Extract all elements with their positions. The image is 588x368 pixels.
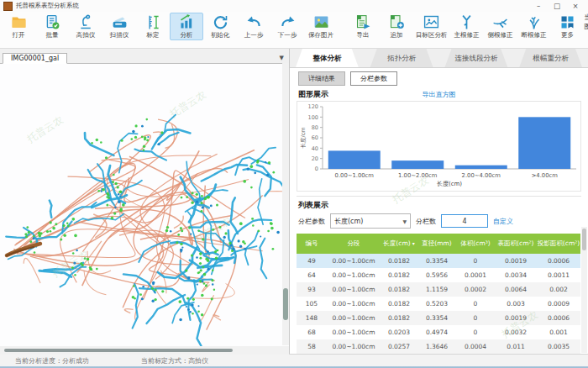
column-header[interactable]: 投影面积(cm²): [537, 239, 580, 249]
root-image-canvas[interactable]: 托普云农 托普云农 托普云农 托普云农: [0, 64, 289, 346]
analysis-tab-1[interactable]: 拓扑分析: [365, 49, 439, 67]
toolbar-button-analysis[interactable]: 分析: [170, 13, 203, 40]
main-root-icon: [458, 13, 475, 31]
analysis-tab-2[interactable]: 连接线段分析: [439, 49, 514, 67]
column-header[interactable]: 分段: [327, 239, 381, 249]
svg-text:40: 40: [312, 145, 318, 152]
main-area: IMG00001_gal ▼ 托普云农 托普云农 托普云农 托普云农 整体分析拓…: [0, 49, 588, 354]
toolbar-button-lateral-root[interactable]: 侧根修正: [484, 13, 517, 40]
toolbar-button-main-root[interactable]: 主根修正: [450, 13, 484, 40]
table-cell: 49: [297, 257, 327, 265]
table-cell: 0.5956: [417, 271, 456, 279]
toolbar-button-redo[interactable]: 下一步: [270, 13, 304, 40]
toolbar-button-broken-root[interactable]: 断根修正: [517, 13, 551, 40]
table-cell: 0.0182: [381, 271, 417, 279]
minimize-button[interactable]: –: [529, 1, 548, 12]
toolbar-button-more[interactable]: 更多: [551, 13, 585, 40]
table-row[interactable]: 1480.00~1.00cm0.01820.335400.00190.0006: [297, 311, 580, 325]
table-cell: 93: [297, 286, 327, 293]
table-row[interactable]: 640.00~1.00cm0.01820.59560.00010.00340.0…: [297, 268, 580, 282]
toolbar-button-reset[interactable]: 初始化: [203, 13, 237, 40]
column-header[interactable]: 表面积(cm²): [495, 239, 537, 249]
toolbar-button-label: 初始化: [211, 31, 230, 39]
image-tab[interactable]: IMG00001_gal: [3, 53, 67, 64]
vertical-scrollbar[interactable]: [282, 63, 289, 345]
image-tab-bar: IMG00001_gal ▼: [0, 49, 289, 64]
column-header[interactable]: 长度(cm)▾: [381, 239, 417, 249]
table-scrollbar[interactable]: [581, 227, 587, 353]
export-histogram-link[interactable]: 导出直方图: [290, 88, 588, 99]
custom-link[interactable]: 自定义: [493, 217, 513, 226]
table-cell: 0.00~1.00cm: [327, 343, 381, 350]
svg-text:>4.00cm: >4.00cm: [532, 172, 559, 179]
toolbar-button-calibration[interactable]: 标定: [136, 13, 170, 40]
table-cell: 0.011: [495, 343, 537, 350]
table-row[interactable]: 1050.00~1.00cm0.01820.520300.0030.0009: [297, 297, 580, 311]
chart-section-head: 图形展示 导出直方图: [290, 88, 588, 100]
table-cell: 0.0182: [381, 314, 417, 322]
analysis-tabs: 整体分析拓扑分析连接线段分析根幅重分析: [290, 49, 588, 68]
toolbar-button-scanner[interactable]: 扫描仪: [102, 13, 136, 40]
bin-params-button[interactable]: 分栏参数: [350, 71, 397, 86]
bin-count-input[interactable]: [441, 214, 488, 228]
window-title: 托普根系表型分析系统: [16, 2, 79, 10]
svg-text:长度/cm: 长度/cm: [300, 127, 307, 148]
svg-text:100: 100: [308, 114, 318, 121]
toolbar-button-batch[interactable]: 批量: [35, 13, 69, 40]
export-icon: [354, 13, 372, 31]
toolbar-button-folder[interactable]: 打开: [2, 13, 35, 40]
table-header[interactable]: 编号分段长度(cm)▾直径(mm)体积(cm³)表面积(cm²)投影面积(cm²…: [297, 234, 580, 254]
analysis-status: 当前分析进度：分析成功: [15, 356, 89, 365]
table-row[interactable]: 680.00~1.00cm0.02030.497400.00320.001: [297, 325, 580, 339]
close-button[interactable]: ×: [566, 1, 585, 12]
table-cell: 0.0203: [381, 329, 417, 336]
analysis-tab-3[interactable]: 根幅重分析: [513, 49, 588, 67]
segments-table: 编号分段长度(cm)▾直径(mm)体积(cm³)表面积(cm²)投影面积(cm²…: [297, 234, 580, 354]
histogram-bar-0: [328, 150, 381, 169]
toolbar-button-save-image[interactable]: 保存图片: [304, 13, 338, 40]
table-cell: 0.0032: [495, 329, 537, 336]
tab-list-dropdown-icon[interactable]: ▼: [280, 55, 289, 63]
table-cell: 0.4974: [417, 329, 456, 336]
batch-icon: [44, 13, 61, 31]
detail-result-button[interactable]: 详细结果: [298, 71, 345, 86]
column-header[interactable]: 编号: [297, 239, 327, 249]
table-cell: 64: [297, 271, 327, 279]
table-cell: 105: [297, 300, 327, 308]
toolbar-button-label: 断根修正: [522, 31, 547, 39]
table-row[interactable]: 580.00~1.00cm0.02571.36460.00040.0110.00…: [297, 339, 580, 354]
toolbar-button-camera-stand[interactable]: 高拍仪: [69, 13, 102, 40]
table-cell: 1.3646: [417, 343, 456, 350]
divider: [297, 196, 581, 197]
table-cell: 0.0004: [456, 343, 495, 350]
maximize-button[interactable]: □: [548, 1, 566, 12]
toolbar-button-label: 标定: [147, 31, 160, 39]
bin-count-label: 分栏数: [416, 217, 436, 226]
svg-text:80: 80: [312, 124, 318, 131]
table-cell: 0: [456, 300, 495, 308]
histogram-bar-2: [455, 166, 507, 169]
table-cell: 0: [456, 314, 495, 322]
toolbar-button-export[interactable]: 导出: [346, 13, 380, 40]
table-cell: 0.0002: [456, 286, 495, 293]
table-cell: 0.00~1.00cm: [327, 257, 381, 265]
list-section-head: 列表展示: [290, 199, 588, 212]
table-cell: 0.00~1.00cm: [327, 271, 381, 279]
table-row[interactable]: 930.00~1.00cm0.01821.11590.00020.00640.0…: [297, 282, 580, 297]
table-body: 490.00~1.00cm0.01820.335400.00190.000664…: [297, 254, 580, 354]
toolbar-button-target-area[interactable]: 目标区分析: [413, 13, 450, 40]
scanner-icon: [111, 13, 129, 31]
toolbar-items: 打开批量高拍仪扫描仪标定分析初始化上一步下一步保存图片导出追加目标区分析主根修正…: [2, 13, 585, 40]
column-header[interactable]: 直径(mm): [417, 239, 456, 249]
table-row[interactable]: 490.00~1.00cm0.01820.335400.00190.0006: [297, 254, 580, 268]
table-cell: 58: [297, 343, 327, 350]
horizontal-scrollbar[interactable]: [0, 346, 289, 355]
bin-param-select[interactable]: 长度(cm) ▼: [330, 213, 411, 229]
toolbar-button-undo[interactable]: 上一步: [237, 13, 270, 40]
column-header[interactable]: 体积(cm³): [456, 239, 495, 249]
table-cell: 0.0182: [381, 300, 417, 308]
svg-text:60: 60: [312, 134, 318, 141]
toolbar-button-append[interactable]: 追加: [380, 13, 413, 40]
analysis-tab-0[interactable]: 整体分析: [290, 49, 365, 67]
chevron-down-icon: ▼: [402, 218, 407, 224]
